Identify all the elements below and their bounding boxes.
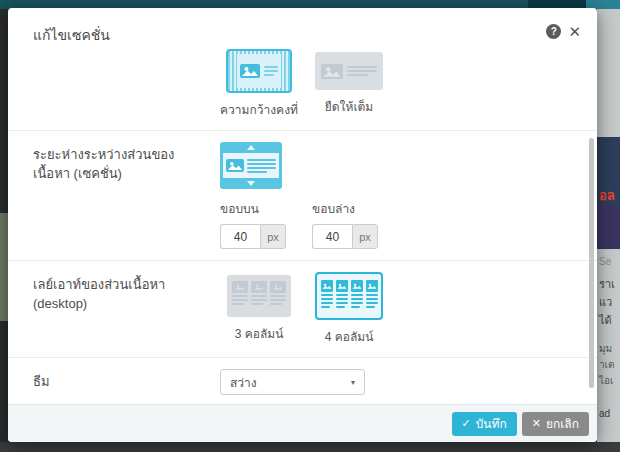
spacing-section-label: ระยะห่างระหว่างส่วนของเนื้อหา (เซคชั่น)	[8, 142, 220, 249]
picture-icon	[226, 159, 244, 172]
scrollbar-thumb[interactable]	[589, 138, 594, 388]
bg-fragment: ได้	[599, 311, 612, 329]
bottom-margin-input[interactable]	[312, 224, 352, 249]
dropdown-caret-icon: ▾	[351, 378, 355, 387]
fixed-width-thumbnail	[226, 49, 292, 93]
close-icon[interactable]: ✕	[568, 24, 581, 39]
bg-fragment: าเต	[599, 357, 615, 372]
section-width-label	[8, 49, 220, 119]
theme-row: ธีม สว่าง ▾	[8, 358, 597, 404]
option-fixed-width[interactable]: ความกว้างคงที่	[220, 49, 298, 119]
bottom-margin-label: ขอบล่าง	[312, 199, 378, 218]
section-width-row: ความกว้างคงที่ ยืดให้เต็ม	[8, 38, 597, 131]
bg-fragment: Se	[599, 256, 611, 267]
checkmark-icon: ✓	[462, 417, 471, 430]
modal-header: แก้ไขเซคชั่น ? ✕	[33, 24, 581, 46]
bg-fragment: ad	[599, 408, 610, 419]
option-label: ความกว้างคงที่	[220, 100, 298, 119]
screen: อล Se ราเ แว ได้ มุม าเต ไอเ ad แก้ไขเซค…	[0, 0, 620, 452]
cancel-button[interactable]: ✕ ยกเลิก	[522, 412, 589, 436]
option-stretch-full[interactable]: ยืดให้เต็ม	[310, 49, 388, 119]
modal-title: แก้ไขเซคชั่น	[33, 24, 110, 46]
background-page-strip: อล Se ราเ แว ได้ มุม าเต ไอเ ad	[597, 9, 620, 442]
option-3-columns[interactable]: 3 คอลัมน์	[220, 272, 298, 346]
picture-icon	[232, 281, 248, 293]
four-columns-thumbnail	[315, 272, 383, 320]
layout-label: เลย์เอาท์ของส่วนเนื้อหา (desktop)	[8, 272, 220, 346]
arrow-down-icon	[247, 181, 255, 186]
option-label: 3 คอลัมน์	[235, 324, 284, 343]
bg-fragment: ราเ	[599, 275, 615, 293]
save-button[interactable]: ✓ บันทึก	[452, 412, 517, 436]
picture-icon	[270, 281, 286, 293]
bg-fragment: อล	[599, 185, 615, 206]
picture-icon	[366, 280, 378, 292]
background-bottom-strip	[0, 442, 620, 452]
modal-footer: ✓ บันทึก ✕ ยกเลิก	[8, 404, 597, 442]
three-columns-thumbnail	[227, 275, 291, 317]
picture-icon	[240, 64, 260, 78]
cancel-x-icon: ✕	[532, 417, 541, 430]
picture-icon	[251, 281, 267, 293]
top-margin-unit: px	[260, 224, 286, 249]
save-button-label: บันทึก	[476, 414, 507, 433]
picture-icon	[336, 280, 348, 292]
bg-fragment: แว	[599, 293, 612, 311]
arrow-up-icon	[247, 145, 255, 150]
bg-fragment: ไอเ	[599, 373, 613, 388]
picture-icon	[351, 280, 363, 292]
theme-select[interactable]: สว่าง ▾	[220, 369, 365, 395]
top-margin-input[interactable]	[220, 224, 260, 249]
theme-selected-value: สว่าง	[230, 373, 257, 392]
modal-body: ความกว้างคงที่ ยืดให้เต็ม	[8, 8, 597, 404]
picture-icon	[321, 64, 343, 79]
bottom-margin-unit: px	[352, 224, 378, 249]
help-icon[interactable]: ?	[546, 24, 561, 39]
stretch-full-thumbnail	[315, 52, 383, 90]
bg-fragment: มุม	[599, 341, 612, 356]
spacing-thumbnail	[220, 142, 282, 189]
theme-label: ธีม	[8, 369, 220, 395]
edit-section-modal: แก้ไขเซคชั่น ? ✕	[8, 8, 597, 442]
bottom-margin-field: ขอบล่าง px	[312, 199, 378, 249]
top-margin-field: ขอบบน px	[220, 199, 286, 249]
layout-row: เลย์เอาท์ของส่วนเนื้อหา (desktop) 3 คอลั…	[8, 261, 597, 358]
cancel-button-label: ยกเลิก	[546, 414, 579, 433]
background-image-fragment	[597, 205, 620, 249]
picture-icon	[321, 280, 333, 292]
option-label: 4 คอลัมน์	[325, 327, 374, 346]
option-4-columns[interactable]: 4 คอลัมน์	[310, 272, 388, 346]
top-margin-label: ขอบบน	[220, 199, 286, 218]
section-spacing-row: ระยะห่างระหว่างส่วนของเนื้อหา (เซคชั่น)	[8, 131, 597, 261]
option-label: ยืดให้เต็ม	[325, 97, 373, 116]
